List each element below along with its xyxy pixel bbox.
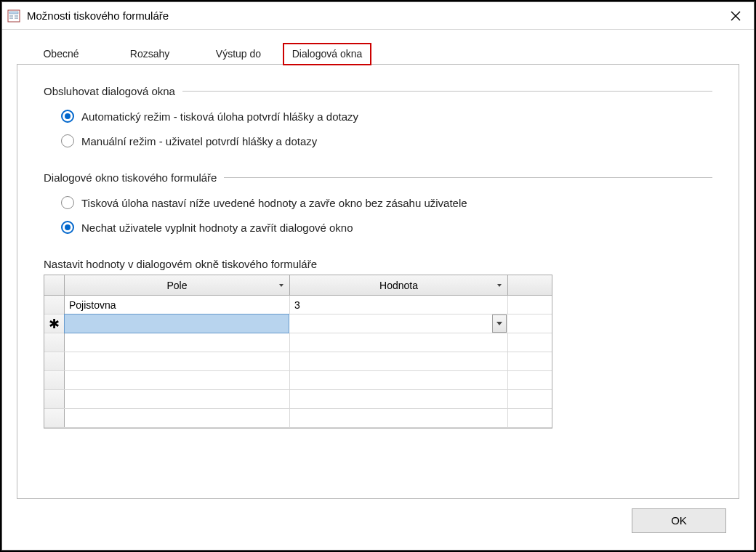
cell-empty	[508, 390, 552, 408]
radio-auto-mode[interactable]: Automatický režim - tisková úloha potvrd…	[61, 107, 712, 125]
grid-corner-cell[interactable]	[44, 275, 65, 295]
window-title: Možnosti tiskového formuláře	[27, 9, 717, 22]
column-header-value[interactable]: Hodnota	[290, 275, 508, 295]
cell-empty	[65, 390, 290, 408]
column-header-field-label: Pole	[166, 280, 187, 291]
radio-manual-mode-label: Manuální režim - uživatel potvrdí hlášky…	[81, 135, 317, 147]
row-selector[interactable]	[44, 296, 65, 314]
cell-empty	[290, 371, 508, 389]
row-selector	[44, 352, 65, 370]
table-row-empty	[44, 352, 552, 371]
radio-manual-mode[interactable]: Manuální režim - uživatel potvrdí hlášky…	[61, 132, 712, 150]
tab-general[interactable]: Obecné	[17, 43, 105, 64]
group-handle-dialogs: Obsluhovat dialogová okna Automatický re…	[44, 85, 712, 150]
print-form-options-dialog: Možnosti tiskového formuláře Obecné Rozs…	[1, 1, 755, 551]
cell-empty	[290, 352, 508, 370]
row-selector-new[interactable]: ✱	[44, 314, 65, 333]
ok-button[interactable]: OK	[632, 508, 726, 533]
table-row-empty	[44, 371, 552, 390]
radio-auto-set-values[interactable]: Tisková úloha nastaví níže uvedené hodno…	[61, 194, 712, 211]
new-record-icon: ✱	[49, 317, 60, 330]
radio-icon	[61, 221, 74, 234]
cell-empty	[65, 333, 290, 352]
divider	[224, 177, 712, 178]
radio-icon	[61, 196, 74, 209]
table-row-empty	[44, 390, 552, 409]
form-icon	[7, 9, 21, 23]
chevron-down-icon	[279, 284, 284, 287]
cell-value-new[interactable]	[289, 314, 507, 333]
column-header-spacer	[508, 275, 552, 295]
group-handle-dialogs-title: Obsluhovat dialogová okna	[44, 85, 182, 97]
grid-empty-area	[44, 333, 552, 428]
cell-spacer	[508, 296, 552, 314]
radio-user-fill-values-label: Nechat uživatele vyplnit hodnoty a zavří…	[81, 222, 353, 234]
close-button[interactable]	[717, 2, 754, 30]
values-grid[interactable]: Pole Hodnota Pojistovna 3	[44, 275, 552, 429]
tab-panel-dialogs: Obsluhovat dialogová okna Automatický re…	[17, 65, 739, 499]
cell-spacer	[507, 314, 552, 333]
titlebar: Možnosti tiskového formuláře	[2, 2, 754, 30]
row-selector	[44, 390, 65, 408]
dropdown-button[interactable]	[492, 314, 507, 333]
dialog-footer: OK	[17, 499, 739, 543]
table-row[interactable]: Pojistovna 3	[44, 296, 552, 314]
dialog-content: Obecné Rozsahy Výstup do Dialogová okna …	[2, 30, 754, 550]
divider	[182, 91, 712, 92]
group-printform-dialog-title: Dialogové okno tiskového formuláře	[44, 171, 224, 184]
cell-empty	[290, 390, 508, 408]
radio-user-fill-values[interactable]: Nechat uživatele vyplnit hodnoty a zavří…	[61, 219, 712, 236]
tab-output[interactable]: Výstup do	[194, 43, 283, 64]
table-row-empty	[44, 409, 552, 428]
radio-auto-mode-label: Automatický režim - tisková úloha potvrd…	[81, 110, 358, 123]
cell-empty	[65, 409, 290, 427]
cell-empty	[508, 352, 552, 370]
radio-icon	[61, 110, 74, 123]
cell-empty	[508, 333, 552, 352]
column-header-value-label: Hodnota	[379, 280, 418, 291]
cell-empty	[508, 371, 552, 389]
row-selector	[44, 333, 65, 352]
table-row-new[interactable]: ✱	[44, 314, 552, 333]
table-row-empty	[44, 333, 552, 352]
row-selector	[44, 409, 65, 427]
cell-empty	[508, 409, 552, 427]
radio-icon	[61, 134, 74, 147]
column-header-field[interactable]: Pole	[65, 275, 290, 295]
svg-rect-1	[9, 12, 18, 14]
cell-empty	[290, 409, 508, 427]
tab-dialogs[interactable]: Dialogová okna	[283, 43, 371, 65]
radio-auto-set-values-label: Tisková úloha nastaví níže uvedené hodno…	[81, 197, 467, 209]
group-printform-dialog: Dialogové okno tiskového formuláře Tisko…	[44, 171, 712, 236]
cell-field[interactable]: Pojistovna	[65, 296, 290, 314]
cell-empty	[65, 352, 290, 370]
grid-header-row: Pole Hodnota	[44, 275, 552, 296]
tab-strip: Obecné Rozsahy Výstup do Dialogová okna	[17, 43, 739, 65]
cell-empty	[65, 371, 290, 389]
chevron-down-icon	[497, 284, 502, 287]
cell-field-new[interactable]	[64, 314, 289, 333]
grid-heading: Nastavit hodnoty v dialogovém okně tisko…	[44, 258, 712, 270]
row-selector	[44, 371, 65, 389]
cell-empty	[290, 333, 508, 352]
tab-ranges[interactable]: Rozsahy	[105, 43, 194, 64]
cell-value[interactable]: 3	[290, 296, 508, 314]
